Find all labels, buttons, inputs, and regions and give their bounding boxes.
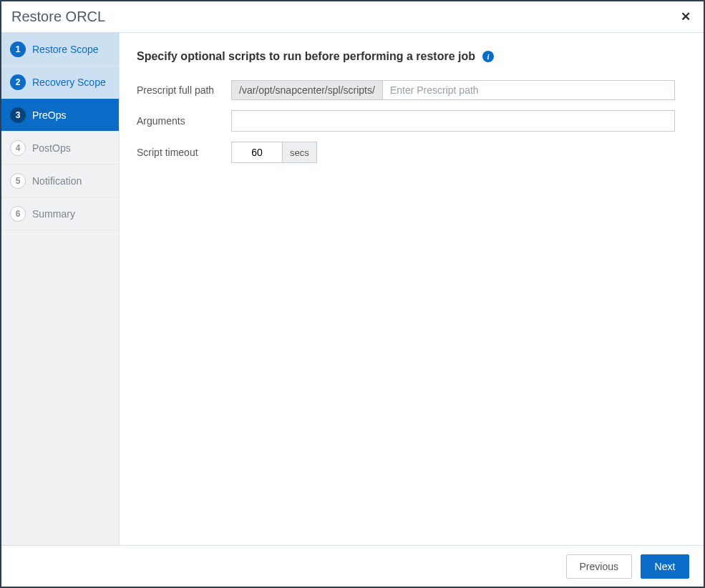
- step-postops[interactable]: 4 PostOps: [1, 132, 119, 165]
- dialog-footer: Previous Next: [1, 545, 704, 587]
- page-heading: Specify optional scripts to run before p…: [137, 50, 475, 63]
- prescript-path-input[interactable]: [383, 81, 674, 99]
- restore-dialog: Restore ORCL ✕ 1 Restore Scope 2 Recover…: [0, 0, 705, 588]
- step-preops[interactable]: 3 PreOps: [1, 99, 119, 132]
- dialog-body: 1 Restore Scope 2 Recovery Scope 3 PreOp…: [1, 33, 704, 545]
- row-timeout: Script timeout secs: [137, 142, 686, 163]
- row-prescript-path: Prescript full path /var/opt/snapcenter/…: [137, 80, 686, 100]
- timeout-input[interactable]: [231, 142, 283, 163]
- main-panel: Specify optional scripts to run before p…: [120, 33, 704, 545]
- prescript-path-group: /var/opt/snapcenter/spl/scripts/: [231, 80, 675, 100]
- arguments-input[interactable]: [231, 110, 675, 132]
- step-summary[interactable]: 6 Summary: [1, 197, 119, 230]
- label-timeout: Script timeout: [137, 147, 231, 158]
- step-number: 4: [10, 140, 26, 156]
- step-label: Notification: [32, 175, 82, 187]
- step-label: PostOps: [32, 142, 71, 154]
- heading-row: Specify optional scripts to run before p…: [137, 50, 686, 63]
- dialog-title: Restore ORCL: [11, 9, 105, 25]
- step-restore-scope[interactable]: 1 Restore Scope: [1, 33, 119, 66]
- next-button[interactable]: Next: [641, 554, 689, 579]
- step-label: PreOps: [32, 109, 66, 121]
- step-number: 1: [10, 41, 26, 57]
- row-arguments: Arguments: [137, 110, 686, 132]
- step-number: 6: [10, 206, 26, 222]
- step-recovery-scope[interactable]: 2 Recovery Scope: [1, 66, 119, 99]
- wizard-sidebar: 1 Restore Scope 2 Recovery Scope 3 PreOp…: [1, 33, 120, 545]
- close-icon[interactable]: ✕: [678, 11, 694, 23]
- step-label: Summary: [32, 208, 75, 220]
- step-label: Recovery Scope: [32, 77, 106, 88]
- label-arguments: Arguments: [137, 115, 231, 127]
- timeout-group: secs: [231, 142, 317, 163]
- step-label: Restore Scope: [32, 44, 99, 55]
- prescript-prefix: /var/opt/snapcenter/spl/scripts/: [232, 81, 383, 99]
- previous-button[interactable]: Previous: [566, 554, 632, 579]
- label-prescript: Prescript full path: [137, 84, 231, 96]
- info-icon[interactable]: i: [482, 51, 494, 62]
- dialog-header: Restore ORCL ✕: [1, 1, 704, 33]
- step-number: 3: [10, 107, 26, 123]
- timeout-unit: secs: [283, 142, 317, 163]
- step-number: 2: [10, 74, 26, 90]
- step-number: 5: [10, 173, 26, 189]
- step-notification[interactable]: 5 Notification: [1, 165, 119, 197]
